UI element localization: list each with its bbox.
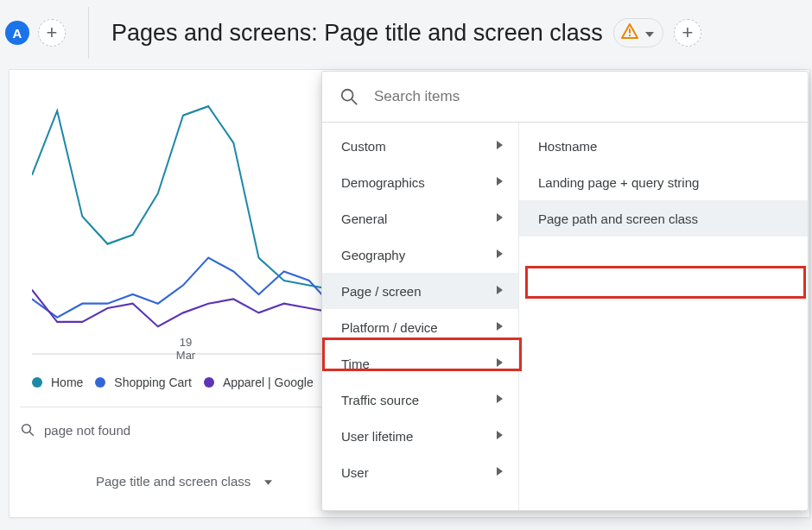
warning-icon: [621, 23, 638, 42]
svg-rect-1: [629, 35, 631, 36]
legend-label: Home: [51, 375, 83, 389]
divider: [88, 7, 89, 59]
legend-item[interactable]: Shopping Cart: [95, 375, 192, 389]
chevron-right-icon: [497, 176, 503, 188]
legend-dot: [95, 377, 105, 388]
legend-item[interactable]: Apparel | Google: [204, 375, 314, 389]
category-label: User: [341, 465, 369, 480]
legend-label: Apparel | Google: [223, 375, 314, 389]
category-label: Page / screen: [341, 284, 422, 299]
svg-line-6: [352, 99, 357, 104]
sub-item-label: Page path and screen class: [538, 211, 698, 226]
search-icon: [339, 87, 358, 106]
category-label: Geography: [341, 248, 405, 262]
sub-item[interactable]: Landing page + query string: [519, 164, 808, 200]
category-label: Platform / device: [341, 320, 438, 335]
chevron-right-icon: [497, 285, 503, 297]
dimension-picker-popover: CustomDemographicsGeneralGeographyPage /…: [321, 71, 809, 511]
chevron-right-icon: [497, 357, 503, 369]
sub-item[interactable]: Page path and screen class: [519, 200, 808, 237]
category-item[interactable]: Custom: [322, 128, 518, 164]
search-icon: [20, 422, 35, 438]
svg-line-4: [29, 432, 34, 436]
category-item[interactable]: Geography: [322, 237, 518, 273]
svg-point-5: [342, 90, 353, 101]
category-item[interactable]: Page / screen: [322, 273, 518, 309]
legend-item[interactable]: Home: [32, 375, 83, 389]
chevron-right-icon: [497, 140, 503, 152]
category-label: Time: [341, 356, 370, 371]
dimension-select[interactable]: Page title and screen class: [96, 474, 272, 489]
legend-label: Shopping Cart: [114, 375, 192, 389]
avatar[interactable]: A: [5, 21, 29, 45]
category-item[interactable]: Time: [322, 345, 518, 382]
category-list: CustomDemographicsGeneralGeographyPage /…: [322, 123, 519, 510]
legend-dot: [32, 377, 42, 388]
table-filter[interactable]: page not found: [20, 422, 130, 438]
category-label: User lifetime: [341, 429, 413, 444]
legend-dot: [204, 377, 214, 388]
svg-rect-0: [629, 29, 631, 34]
chart-legend: HomeShopping CartApparel | Google: [32, 375, 314, 389]
add-button-right[interactable]: +: [674, 19, 701, 47]
x-tick: 19 Mar: [160, 336, 212, 362]
status-pill[interactable]: [613, 18, 663, 47]
category-item[interactable]: General: [322, 200, 518, 237]
line-chart: 19 Mar: [32, 79, 334, 363]
category-label: Demographics: [341, 175, 425, 190]
sub-item[interactable]: Hostname: [519, 128, 808, 164]
page-title: Pages and screens: Page title and screen…: [111, 20, 603, 47]
add-button-left[interactable]: +: [38, 19, 66, 47]
category-label: Custom: [341, 139, 386, 154]
category-item[interactable]: User: [322, 454, 518, 490]
category-item[interactable]: Platform / device: [322, 309, 518, 345]
subitem-list: HostnameLanding page + query stringPage …: [519, 123, 808, 510]
category-item[interactable]: User lifetime: [322, 418, 518, 454]
sub-item-label: Landing page + query string: [538, 175, 699, 190]
category-item[interactable]: Demographics: [322, 164, 518, 200]
category-label: General: [341, 211, 387, 226]
svg-point-3: [22, 425, 31, 433]
chevron-right-icon: [497, 249, 503, 261]
category-label: Traffic source: [341, 393, 419, 407]
chevron-right-icon: [497, 212, 503, 224]
search-input[interactable]: [372, 87, 790, 106]
chevron-right-icon: [497, 321, 503, 333]
sub-item-label: Hostname: [538, 139, 597, 154]
chevron-right-icon: [497, 430, 503, 442]
filter-value: page not found: [44, 423, 130, 438]
chevron-right-icon: [497, 466, 503, 478]
chevron-down-icon: [645, 25, 654, 41]
chevron-right-icon: [497, 394, 503, 406]
category-item[interactable]: Traffic source: [322, 382, 518, 418]
chevron-down-icon: [264, 476, 272, 487]
